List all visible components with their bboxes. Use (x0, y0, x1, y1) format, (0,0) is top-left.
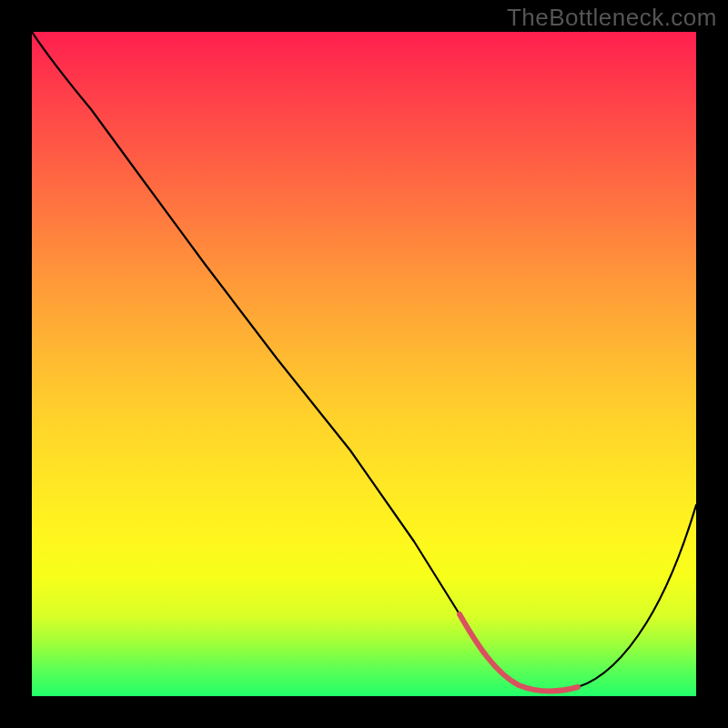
flat-valley-highlight-line (460, 614, 578, 692)
plot-area (32, 32, 696, 696)
bottleneck-curve-line (32, 32, 696, 692)
chart-frame: TheBottleneck.com (0, 0, 728, 728)
watermark-text: TheBottleneck.com (507, 4, 717, 32)
chart-svg (32, 32, 696, 696)
